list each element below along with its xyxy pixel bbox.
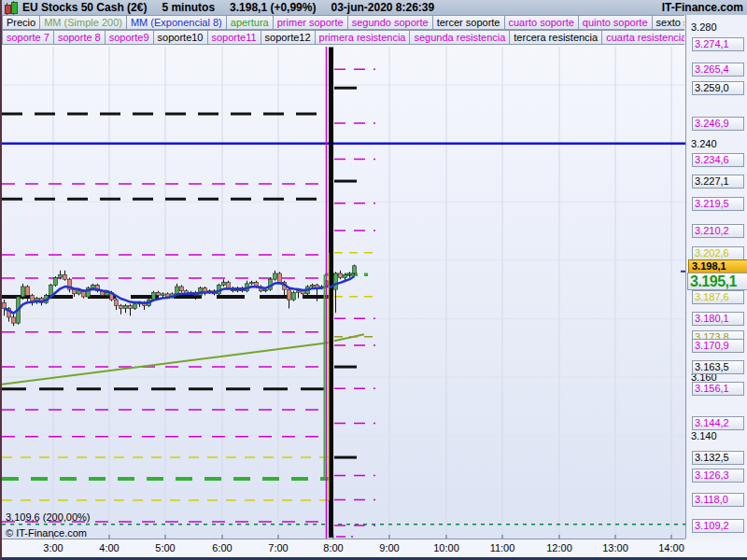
candle-up	[59, 275, 63, 278]
price-level-label: 3.118,0	[692, 493, 744, 507]
candle-up	[353, 266, 357, 273]
legend-item-soporte10[interactable]: soporte10	[154, 30, 208, 45]
legend-item-primera-resistencia[interactable]: primera resistencia	[316, 30, 411, 45]
candle-up	[297, 291, 301, 293]
time-label-1000: 10:00	[433, 542, 459, 553]
candle-up	[334, 273, 338, 289]
time-label-1200: 12:00	[546, 542, 572, 553]
candle-down	[31, 295, 35, 301]
legend-item-soporte-8[interactable]: soporte 8	[54, 30, 106, 45]
brand-label: IT-Finance.com	[662, 1, 743, 14]
price-level-label: 3.163,5	[692, 360, 744, 374]
candle-down	[115, 300, 119, 305]
candle-up	[162, 294, 165, 296]
candle-up	[311, 285, 315, 287]
legend-item-soporte9[interactable]: soporte9	[106, 30, 154, 45]
legend-item-mm-simple-200-[interactable]: MM (Simple 200)	[40, 15, 127, 30]
price-level-label: 3.219,5	[692, 197, 744, 211]
candle-down	[26, 287, 30, 295]
legend-item-quinto-soporte[interactable]: quinto soporte	[579, 15, 653, 30]
last-price-badge: 3.198,1	[688, 259, 747, 273]
time-label-1100: 11:00	[490, 542, 515, 553]
price-chart[interactable]	[2, 45, 747, 560]
candle-down	[227, 282, 231, 287]
copyright-watermark: © IT-Finance.com	[6, 527, 87, 539]
price-level-label: 3.259,0	[692, 81, 744, 95]
legend-item-primer-soporte[interactable]: primer soporte	[274, 15, 348, 30]
candle-up	[344, 275, 347, 278]
candle-up	[134, 304, 137, 309]
candle-down	[63, 275, 67, 280]
time-label-600: 6:00	[212, 542, 232, 553]
legend-row-2: soporte 7soporte 8soporte9soporte10sopor…	[2, 30, 684, 45]
price-level-label: 3.109,2	[692, 519, 744, 533]
candle-up	[264, 289, 268, 291]
legend-item-apertura[interactable]: apertura	[227, 15, 274, 30]
candle-up	[21, 287, 25, 297]
axis-tick-label: 3.240	[691, 138, 743, 150]
legend-item-cuarto-soporte[interactable]: cuarto soporte	[505, 15, 579, 30]
price-axis[interactable]: 3.2803.2403.1603.1403.274,13.265,43.259,…	[685, 15, 747, 539]
legend-item-mm-exponencial-8-[interactable]: MM (Exponencial 8)	[127, 15, 227, 30]
time-label-800: 8:00	[323, 542, 343, 553]
candle-up	[152, 292, 156, 300]
candle-up	[78, 291, 81, 294]
candle-up	[124, 305, 128, 308]
candle-down	[73, 289, 77, 294]
sma200-line	[334, 334, 364, 341]
axis-tick-label: 3.280	[691, 21, 743, 34]
legend-item-tercer-soporte[interactable]: tercer soporte	[433, 15, 505, 30]
datetime-label: 03-jun-2020 8:26:39	[331, 1, 434, 14]
instrument-name: EU Stocks 50 Cash (2€)	[22, 1, 147, 14]
legend-item-tercera-resistencia[interactable]: tercera resistencia	[510, 30, 602, 45]
candle-down	[288, 289, 291, 300]
level-200pct-annotation: 3.109,6 (200,00%)	[6, 511, 91, 523]
candle-down	[120, 305, 123, 308]
legend-item-segundo-soporte[interactable]: segundo soporte	[348, 15, 433, 30]
time-label-700: 7:00	[268, 542, 288, 553]
candle-up	[274, 273, 277, 279]
candle-down	[157, 292, 161, 295]
time-label-400: 4:00	[99, 542, 119, 553]
candle-down	[3, 302, 7, 308]
time-label-500: 5:00	[155, 542, 175, 553]
time-label-1400: 14:00	[658, 542, 684, 553]
price-level-label: 3.210,2	[692, 224, 744, 238]
candle-down	[129, 305, 133, 308]
legend-item-sexto-soporte[interactable]: sexto soporte	[653, 15, 684, 30]
candle-up	[92, 285, 95, 287]
trading-chart-window: EU Stocks 50 Cash (2€) 5 minutos 3.198,1…	[0, 0, 747, 560]
price-level-label: 3.132,5	[692, 451, 744, 465]
axis-tick-label: 3.140	[691, 430, 743, 442]
candle-up	[54, 278, 58, 286]
candle-up	[292, 292, 296, 300]
price-level-label: 3.156,1	[692, 382, 744, 396]
legend-item-soporte-7[interactable]: soporte 7	[2, 30, 54, 45]
price-level-label: 3.126,3	[692, 469, 744, 483]
legend-item-soporte12[interactable]: soporte12	[261, 30, 316, 45]
timeframe-label: 5 minutos	[162, 1, 215, 14]
candle-down	[278, 273, 282, 282]
candle-up	[250, 282, 254, 284]
time-axis[interactable]: 3:004:005:006:007:008:009:0010:0011:0012…	[2, 539, 747, 557]
legend-item-precio[interactable]: Precio	[2, 15, 40, 30]
price-level-label: 3.187,6	[692, 290, 744, 304]
price-level-label: 3.170,9	[692, 339, 744, 353]
candle-up	[348, 273, 352, 275]
price-level-label: 3.246,9	[692, 117, 744, 131]
legend-item-cuarta-resistencia[interactable]: cuarta resistencia	[602, 30, 684, 45]
time-label-1300: 13:00	[602, 542, 628, 553]
price-level-label: 3.227,1	[692, 175, 744, 189]
candle-up	[222, 282, 226, 285]
legend-item-segunda-resistencia[interactable]: segunda resistencia	[410, 30, 510, 45]
open-price-badge: 3.195,1	[687, 273, 747, 290]
candlestick-logo-icon	[4, 1, 19, 14]
price-level-label: 3.144,2	[692, 416, 744, 430]
price-level-label: 3.234,6	[692, 153, 744, 167]
candle-down	[180, 287, 184, 291]
candle-up	[49, 285, 53, 295]
candle-up	[176, 287, 179, 294]
legend-item-soporte11[interactable]: soporte11	[208, 30, 261, 45]
candle-down	[339, 273, 343, 278]
last-price-change: 3.198,1 (+0,99%)	[230, 1, 316, 14]
